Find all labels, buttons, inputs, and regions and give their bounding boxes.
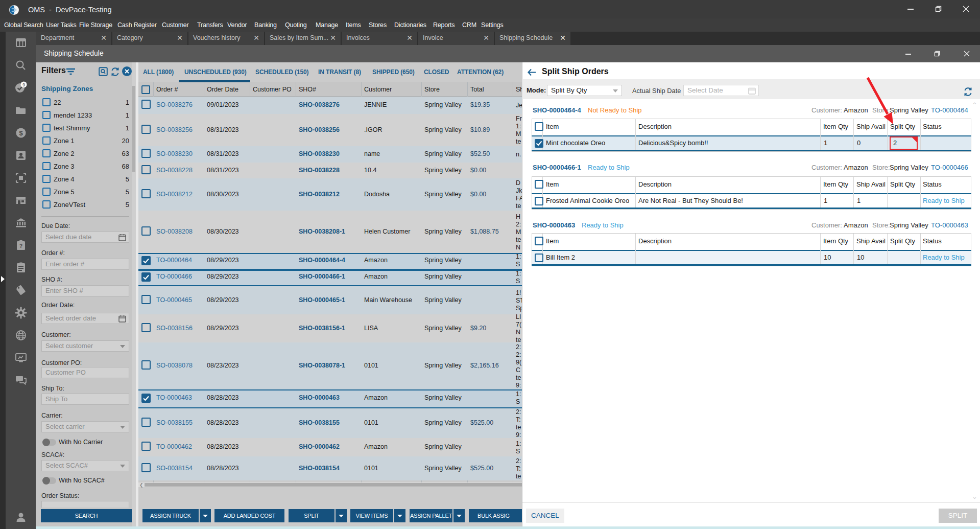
svg-text:$: $: [19, 129, 23, 137]
svg-text:?: ?: [19, 243, 22, 249]
svg-text:9: 9: [22, 82, 25, 87]
